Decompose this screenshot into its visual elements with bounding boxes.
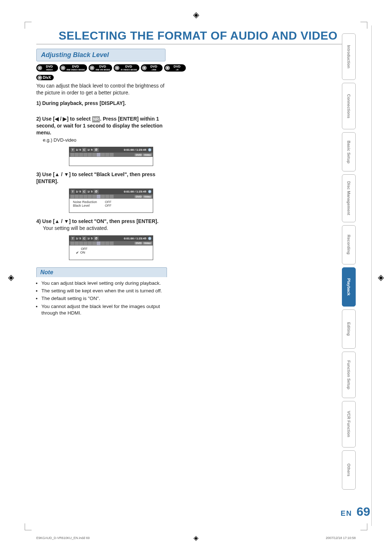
note-box: Note You can adjust black level setting … bbox=[36, 267, 167, 316]
osd-preview: T 1/5 C 1/5 ⏱ 0:01:00 / 1:23:45 DVDVideo… bbox=[69, 189, 153, 213]
footer-lang: EN bbox=[340, 509, 352, 518]
disc-badge-row: DVDVIDEO DVD-RW VIDEO MODE DVD-RW VR MOD… bbox=[36, 64, 356, 72]
crop-mark bbox=[25, 523, 32, 530]
tab-playback[interactable]: Playback bbox=[342, 267, 356, 307]
page-title: SELECTING THE FORMAT OF AUDIO AND VIDEO bbox=[36, 29, 356, 44]
disc-badge: DVD+RW bbox=[141, 64, 163, 72]
step-number: 3) bbox=[36, 171, 41, 177]
osd-option: OFF bbox=[81, 247, 87, 251]
intro-text: You can adjust the black level to contro… bbox=[36, 82, 167, 96]
step-text: Use [▲ / ▼] to select "ON", then press [… bbox=[42, 218, 158, 224]
section-header: Adjusting Black Level bbox=[36, 49, 166, 61]
registration-mark-left: ◈ bbox=[8, 273, 14, 282]
osd-preview: T 1/5 C 1/5 ⏱ 0:01:00 / 1:23:45 DVDVideo bbox=[69, 147, 153, 166]
divx-badge: DivX bbox=[36, 75, 54, 80]
disc-badge: DVD-RW VIDEO MODE bbox=[60, 64, 87, 72]
disc-badge: DVDVIDEO bbox=[36, 64, 58, 72]
crop-mark bbox=[360, 22, 367, 29]
osd-menu-key: Noise Reduction bbox=[73, 200, 102, 204]
registration-mark-bottom: ◈ bbox=[193, 534, 199, 542]
registration-mark-right: ◈ bbox=[378, 273, 384, 282]
arrow-left-right-icon: ◀ / ▶ bbox=[55, 116, 67, 122]
print-metadata: E9KGAUD_D-VR610KU_EN.indd 69 ◈ 2007/12/1… bbox=[36, 536, 356, 540]
tab-connections[interactable]: Connections bbox=[342, 83, 356, 129]
crop-mark bbox=[25, 22, 32, 29]
osd-menu-value: OFF bbox=[105, 204, 111, 207]
crop-mark bbox=[360, 523, 367, 530]
osd-menu-value: OFF bbox=[105, 200, 111, 204]
tab-function-setup[interactable]: Function Setup bbox=[342, 352, 356, 398]
tab-recording[interactable]: Recording bbox=[342, 225, 356, 264]
disc-badge: DVD-RW VR MODE bbox=[89, 64, 113, 72]
disc-icon bbox=[148, 237, 151, 240]
tab-vcr-function[interactable]: VCR Function bbox=[342, 401, 356, 447]
step-number: 2) bbox=[36, 116, 41, 122]
section-title: Adjusting Black Level bbox=[41, 51, 109, 58]
note-item: The setting will be kept even when the u… bbox=[41, 288, 167, 294]
print-file: E9KGAUD_D-VR610KU_EN.indd 69 bbox=[36, 536, 90, 540]
step-number: 1) bbox=[36, 100, 41, 106]
disc-icon bbox=[148, 148, 151, 151]
note-item: You cannot adjust the black level for th… bbox=[41, 303, 167, 316]
page-footer: EN 69 bbox=[340, 505, 370, 519]
footer-page-number: 69 bbox=[356, 505, 370, 519]
osd-preview: T 1/5 C 1/5 ⏱ 0:01:00 / 1:23:45 DVDVideo… bbox=[69, 235, 153, 260]
tab-disc-management[interactable]: Disc Management bbox=[342, 174, 356, 222]
note-item: You can adjust black level setting only … bbox=[41, 280, 167, 287]
nr-icon: NR bbox=[92, 116, 100, 122]
tab-others[interactable]: Others bbox=[342, 450, 356, 490]
step-number: 4) bbox=[36, 218, 41, 224]
checkmark-icon: ✔ bbox=[76, 251, 79, 255]
note-title: Note bbox=[36, 267, 167, 277]
disc-badge: DVD+R bbox=[164, 64, 186, 72]
disc-badge: DVD-R VIDEO MODE bbox=[114, 64, 139, 72]
print-date: 2007/12/18 17:10:58 bbox=[326, 536, 356, 540]
step-text: During playback, press [DISPLAY]. bbox=[42, 100, 126, 106]
tab-editing[interactable]: Editing bbox=[342, 309, 356, 349]
tab-basic-setup[interactable]: Basic Setup bbox=[342, 132, 356, 171]
osd-menu-key: Black Level bbox=[73, 204, 102, 207]
step-subtext: Your setting will be activated. bbox=[43, 225, 167, 232]
step-text: Use [▲ / ▼] to select "Black Level", the… bbox=[36, 171, 155, 184]
step-text: Use [◀ / ▶] to select NR. Press [ENTER] … bbox=[36, 116, 163, 135]
margin-rule bbox=[371, 25, 372, 526]
disc-icon bbox=[148, 190, 151, 193]
registration-mark-top: ◈ bbox=[193, 10, 199, 20]
osd-option: ON bbox=[80, 251, 85, 254]
note-item: The default setting is "ON". bbox=[41, 295, 167, 302]
example-label: e.g.) DVD-video bbox=[43, 137, 167, 143]
tab-introduction[interactable]: Introduction bbox=[342, 33, 356, 80]
side-tab-list: Introduction Connections Basic Setup Dis… bbox=[342, 33, 356, 490]
